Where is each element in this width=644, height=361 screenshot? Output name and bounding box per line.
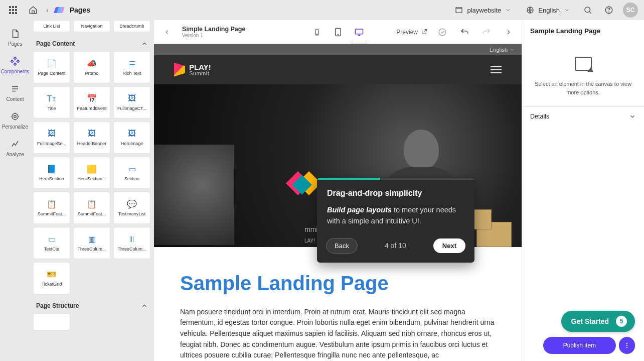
- component-card-label: Rich Text: [123, 71, 141, 76]
- publish-more-button[interactable]: [619, 337, 635, 354]
- component-card-label: TicketGrid: [42, 282, 62, 287]
- component-card[interactable]: 🖼HeaderBanner: [73, 122, 110, 154]
- component-card[interactable]: [33, 313, 70, 330]
- redo-icon: [482, 28, 491, 37]
- tour-next-button[interactable]: Next: [433, 238, 465, 253]
- redo-button[interactable]: [479, 25, 494, 39]
- onboarding-tour-popup: Drag-and-drop simplicity Build page layo…: [317, 178, 474, 263]
- get-started-button[interactable]: Get Started 5: [561, 311, 635, 332]
- component-card[interactable]: ▥ThreeColum...: [73, 227, 110, 259]
- site-selector[interactable]: playwebsite: [451, 4, 515, 16]
- preview-button[interactable]: Preview: [396, 29, 427, 36]
- component-card-label: ThreeColum...: [117, 247, 146, 252]
- component-card[interactable]: 📘HeroSection: [33, 157, 70, 189]
- workflow-status[interactable]: [435, 25, 449, 39]
- site-name: playwebsite: [467, 7, 501, 14]
- tour-back-button[interactable]: Back: [326, 238, 358, 254]
- help-button[interactable]: [602, 3, 616, 17]
- component-card[interactable]: Link List: [33, 20, 70, 32]
- hamburger-menu[interactable]: [491, 66, 502, 73]
- nav-back-button[interactable]: [160, 25, 174, 39]
- canvas-area: Simple Landing Page Version 1 Preview: [154, 20, 522, 361]
- home-button[interactable]: [26, 3, 40, 17]
- chevron-up-icon: [141, 302, 148, 309]
- rp-empty-text: Select an element in the canvas to view …: [530, 80, 636, 96]
- device-tablet[interactable]: [332, 26, 344, 38]
- undo-icon: [460, 28, 469, 37]
- chevron-down-icon: [510, 47, 515, 52]
- publish-button[interactable]: Publish item: [543, 337, 616, 354]
- logo-mark-icon: [174, 63, 185, 77]
- site-logo[interactable]: PLAY! Summit: [174, 63, 211, 77]
- rail-personalize[interactable]: Personalize: [2, 111, 28, 130]
- svg-point-10: [338, 34, 339, 35]
- component-card[interactable]: 🖼FullImageSe...: [33, 122, 70, 154]
- tour-counter: 4 of 10: [385, 242, 406, 250]
- component-card[interactable]: 🎫TicketGrid: [33, 262, 70, 294]
- nav-forward-button[interactable]: [502, 25, 516, 39]
- main-layout: Pages Components Content Personalize Ana…: [0, 20, 644, 361]
- svg-point-5: [14, 115, 17, 118]
- component-card[interactable]: 🖼HeroImage: [113, 122, 150, 154]
- rp-details-accordion[interactable]: Details: [522, 106, 644, 126]
- page-title-block: Simple Landing Page Version 1: [182, 26, 245, 38]
- component-card[interactable]: 📋SummitFeat...: [73, 192, 110, 224]
- app-logo-icon: [53, 7, 64, 13]
- home-icon: [29, 6, 38, 15]
- component-card[interactable]: ≣Rich Text: [113, 51, 150, 83]
- page-paragraph: Nam posuere tincidunt orci in interdum. …: [180, 307, 496, 361]
- device-switcher: [311, 26, 365, 38]
- rail-content[interactable]: Content: [6, 83, 24, 102]
- component-card-icon: ▥: [86, 234, 97, 244]
- apps-launcher[interactable]: [6, 3, 20, 17]
- component-card[interactable]: Navigation: [73, 20, 110, 32]
- check-circle-icon: [438, 28, 447, 37]
- logo-main: PLAY!: [189, 63, 211, 71]
- component-card[interactable]: ⫼ThreeColum...: [113, 227, 150, 259]
- component-card[interactable]: TᴛTitle: [33, 86, 70, 118]
- user-avatar[interactable]: SC: [623, 3, 638, 18]
- component-card[interactable]: 📅FeaturedEvent: [73, 86, 110, 118]
- component-card[interactable]: 💬TestimonyList: [113, 192, 150, 224]
- mobile-icon: [313, 27, 320, 37]
- help-icon: [604, 6, 613, 15]
- page-title: Pages: [70, 6, 90, 14]
- svg-rect-0: [456, 8, 462, 13]
- rail-pages[interactable]: Pages: [8, 28, 22, 47]
- component-card[interactable]: 🖼FullImageCT...: [113, 86, 150, 118]
- topbar-left: › Pages: [6, 3, 90, 17]
- device-mobile[interactable]: [311, 26, 323, 38]
- topbar-right: playwebsite English SC: [451, 3, 638, 18]
- section-title: Page Structure: [36, 302, 79, 309]
- rail-analyze[interactable]: Analyze: [6, 139, 24, 157]
- page-language-strip[interactable]: English: [154, 44, 522, 55]
- section-page-structure-head[interactable]: Page Structure: [33, 297, 151, 313]
- component-card[interactable]: 📣Promo: [73, 51, 110, 83]
- component-card-icon: 🖼: [126, 94, 137, 103]
- search-icon: [583, 6, 592, 15]
- component-card[interactable]: ▭Section: [113, 157, 150, 189]
- language-selector[interactable]: English: [522, 4, 574, 16]
- component-card[interactable]: 📄Page Content: [33, 51, 70, 83]
- rail-components[interactable]: Components: [1, 56, 30, 74]
- section-page-content-head[interactable]: Page Content: [33, 35, 151, 51]
- get-started-label: Get Started: [571, 317, 609, 325]
- component-card-icon: 📋: [86, 199, 97, 208]
- component-card-label: FeaturedEvent: [77, 106, 106, 111]
- component-card-icon: 📣: [86, 59, 97, 68]
- external-link-icon: [421, 29, 427, 35]
- svg-rect-11: [355, 29, 363, 34]
- component-card[interactable]: Breadcrumb: [113, 20, 150, 32]
- component-card-label: HeroSection: [39, 176, 64, 181]
- search-button[interactable]: [581, 3, 595, 17]
- component-card[interactable]: 🟨HeroSection...: [73, 157, 110, 189]
- component-card-label: Promo: [85, 71, 99, 76]
- component-card[interactable]: ▭TextCta: [33, 227, 70, 259]
- undo-button[interactable]: [457, 25, 471, 39]
- device-desktop[interactable]: [353, 26, 365, 38]
- canvas-toolbar: Simple Landing Page Version 1 Preview: [154, 20, 522, 44]
- floating-actions: Get Started 5 Publish item: [543, 311, 635, 354]
- canvas[interactable]: English PLAY! Summit: [154, 44, 522, 361]
- component-card[interactable]: 📋SummitFeat...: [33, 192, 70, 224]
- select-element-icon: [575, 57, 592, 71]
